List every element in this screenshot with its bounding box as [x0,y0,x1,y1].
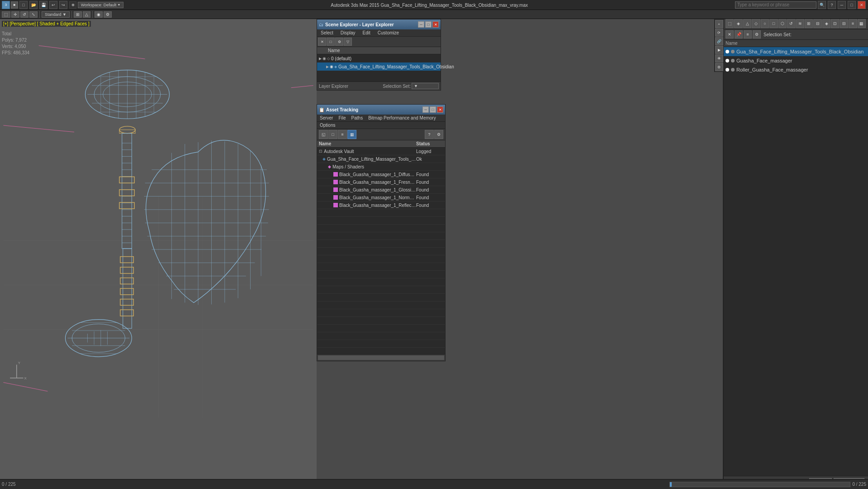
object-item-3[interactable]: Roller_Guasha_Face_massager [724,65,868,74]
asset-row-texture-3[interactable]: Black_Guasha_massager_1_Glossiness.png F… [317,186,445,194]
asset-row-texture-5[interactable]: Black_Guasha_massager_1_Reflect.png Foun… [317,201,445,209]
sel-btn-9[interactable]: ≋ [796,19,804,28]
layer-explorer-menu-select[interactable]: Select [317,29,337,36]
asset-settings-btn[interactable]: ⚙ [434,130,443,139]
asset-row-vault[interactable]: ⊡ Autodesk Vault Logged [317,148,445,155]
svg-text:Y: Y [18,361,21,365]
sel-btn-5[interactable]: ○ [761,19,769,28]
asset-help-btn[interactable]: ? [425,130,434,139]
viewport[interactable]: [+] [Perspective] [ Shaded + Edged Faces… [0,19,317,479]
help-btn[interactable]: ? [828,1,836,9]
icon-create[interactable]: + [715,20,723,28]
sel-btn-8[interactable]: ↺ [787,19,795,28]
move-tool-btn[interactable]: ✛ [11,11,19,18]
layer-explorer-menu-customize[interactable]: Customize [374,29,403,36]
sel-btn-4[interactable]: ◇ [752,19,760,28]
asset-btn-1[interactable]: ◱ [319,130,328,139]
asset-maximize-btn[interactable]: □ [430,106,436,113]
icon-motion[interactable]: ▶ [715,46,723,54]
sel-btn-2[interactable]: ◈ [734,19,742,28]
asset-menu-server[interactable]: Server [317,115,336,121]
asset-menu-bitmap[interactable]: Bitmap Performance and Memory [365,115,439,121]
sel-btn-3[interactable]: △ [743,19,751,28]
pin-btn[interactable]: 📌 [735,30,743,38]
sel-btn-1[interactable]: ⬚ [726,19,734,28]
object-item-1[interactable]: Gua_Sha_Face_Lifting_Massager_Tools_Blac… [724,47,868,56]
search-icon[interactable]: 🔍 [818,1,826,9]
asset-btn-2[interactable]: □ [328,130,337,139]
sel-btn-7[interactable]: ⬡ [778,19,787,28]
layer-explorer-list: ▶ ◉ ◇ 0 (default) ▶ ◉ ◈ Gua_Sha_Face_Lif… [317,54,441,82]
top-toolbar: 3 ■ □ 📂 💾 ↩ ↪ ◉ Workspace: Default ▼ Aut… [0,0,868,10]
layer-toggle-btn[interactable]: ≡ [744,30,752,38]
layer-expand-icon: ▶ [319,57,322,61]
sel-btn-15[interactable]: ≡ [849,19,857,28]
new-btn[interactable]: □ [19,1,28,9]
asset-row-maxfile[interactable]: ◈ Gua_Sha_Face_Lifting_Massager_Tools_Bl… [317,155,445,163]
texture2-label: Black_Guasha_massager_1_Fresnel_IOR.png [339,180,416,185]
layer-explorer-maximize-btn[interactable]: □ [425,21,432,28]
asset-row-texture-1[interactable]: Black_Guasha_massager_1_Diffuse.png Foun… [317,171,445,178]
maximize-btn[interactable]: □ [848,1,856,9]
icon-utilities[interactable]: ⚙ [715,63,723,71]
sel-btn-16[interactable]: ▦ [858,19,866,28]
asset-row-texture-4[interactable]: Black_Guasha_massager_1_Normal.png Found [317,194,445,201]
layer-explorer-menu-edit[interactable]: Edit [359,29,374,36]
asset-minimize-btn[interactable]: ─ [422,106,429,113]
sel-btn-11[interactable]: ⊟ [813,19,821,28]
asset-menu-paths[interactable]: Paths [349,115,366,121]
asset-row-maps[interactable]: ◆ Maps / Shaders [317,163,445,171]
rotate-tool-btn[interactable]: ↺ [20,11,28,18]
layer-filter-btn[interactable]: ▽ [344,38,352,46]
timeline-bar[interactable] [669,482,850,487]
object-item-2[interactable]: Guasha_Face_massager [724,56,868,65]
selection-set-dropdown[interactable]: ▼ [412,83,439,89]
close-select-btn[interactable]: ✕ [726,30,734,38]
save-btn[interactable]: 💾 [39,1,47,9]
render-btn[interactable]: ◉ [95,11,103,18]
scale-tool-btn[interactable]: ⤡ [29,11,38,18]
layer-explorer-minimize-btn[interactable]: ─ [418,21,424,28]
snap-toggle[interactable]: ⊞ [74,11,82,18]
icon-hierarchy[interactable]: 🔗 [715,37,723,45]
redo-btn[interactable]: ↪ [59,1,67,9]
asset-menu: Server File Paths Bitmap Performance and… [317,115,445,122]
minimize-btn[interactable]: ─ [838,1,846,9]
asset-close-btn[interactable]: ✕ [437,106,443,113]
asset-table-header: Name Status [317,140,445,148]
icon-modify[interactable]: ⟳ [715,29,723,37]
asset-btn-active[interactable]: ▦ [347,130,356,139]
sel-btn-13[interactable]: ⊡ [831,19,839,28]
close-btn[interactable]: ✕ [858,1,866,9]
search-input[interactable] [735,1,816,9]
sel-btn-6[interactable]: □ [769,19,778,28]
asset-scrollbar[interactable] [317,354,445,361]
layer-explorer-close-btn[interactable]: ✕ [432,21,439,28]
angle-snap[interactable]: △ [83,11,90,18]
workspace-dropdown[interactable]: Workspace: Default ▼ [78,2,123,8]
asset-row-texture-2[interactable]: Black_Guasha_massager_1_Fresnel_IOR.png … [317,178,445,186]
settings-btn-2[interactable]: ⚙ [753,30,761,38]
render-settings-btn[interactable]: ⚙ [104,11,112,18]
asset-menu-file[interactable]: File [336,115,348,121]
sel-btn-14[interactable]: ⊟ [840,19,848,28]
sel-btn-10[interactable]: ⊞ [805,19,813,28]
asset-menu-options[interactable]: Options [317,122,338,129]
object-list: Gua_Sha_Face_Lifting_Massager_Tools_Blac… [724,47,868,476]
layer-explorer-menu-display[interactable]: Display [337,29,359,36]
layer-item-object[interactable]: ▶ ◉ ◈ Gua_Sha_Face_Lifting_Massager_Tool… [317,62,441,71]
layer-item-default[interactable]: ▶ ◉ ◇ 0 (default) [317,54,441,62]
layer-visibility-icon: ◉ [323,56,326,61]
icon-display[interactable]: 👁 [715,54,723,62]
layer-delete-btn[interactable]: □ [327,38,335,46]
sel-btn-12[interactable]: ◈ [822,19,830,28]
file-menu-btn[interactable]: ■ [11,1,18,9]
open-btn[interactable]: 📂 [29,1,38,9]
object-type-dropdown[interactable]: Standard ▼ [42,11,70,18]
undo-btn[interactable]: ↩ [49,1,57,9]
layer-settings-btn[interactable]: ⚙ [335,38,343,46]
viewport-stats: Total Polys: 7,972 Verts: 4,050 FPS: 486… [2,31,29,56]
layer-new-btn[interactable]: ✕ [318,38,326,46]
select-tool-btn[interactable]: ⬚ [2,11,10,18]
asset-btn-3[interactable]: ≡ [338,130,347,139]
